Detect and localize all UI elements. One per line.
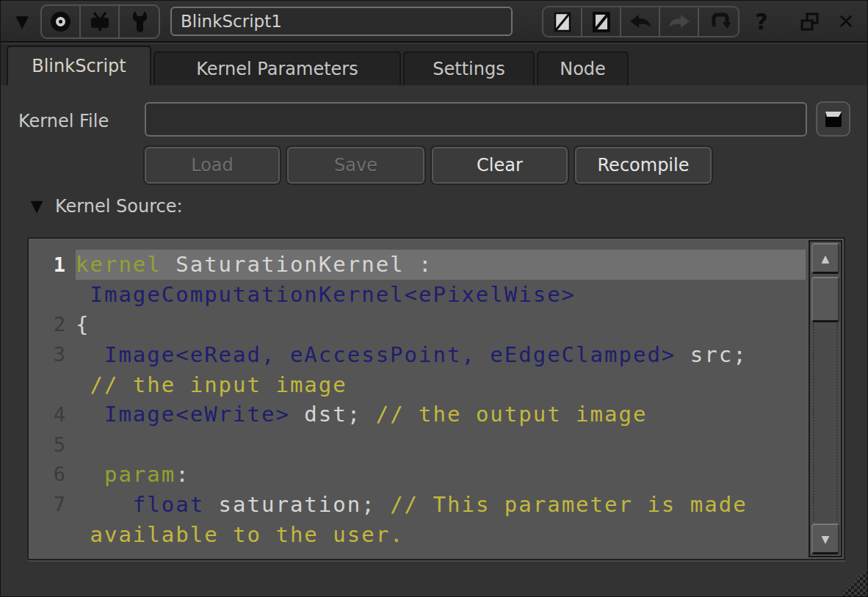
kernel-source-label: Kernel Source:	[55, 196, 183, 217]
tab-blinkscript[interactable]: BlinkScript	[7, 46, 151, 85]
code-row[interactable]: 5	[29, 430, 806, 460]
help-button[interactable]: ?	[747, 7, 776, 36]
ramp-icon-2	[592, 11, 611, 33]
line-number: 5	[29, 430, 76, 460]
code-line: Image<eWrite> dst; // the output image	[76, 399, 806, 430]
line-number: 7	[29, 489, 76, 519]
code-row[interactable]: available to the user.	[29, 519, 806, 549]
kernel-file-input[interactable]	[145, 102, 807, 137]
titlebar: ▼	[1, 1, 867, 43]
line-number	[29, 519, 76, 549]
save-button[interactable]: Save	[287, 147, 424, 184]
line-number: 2	[29, 310, 76, 340]
kernel-file-label: Kernel File	[18, 111, 109, 131]
scrollbar-track[interactable]	[813, 324, 838, 521]
scrollbar-thumb[interactable]	[811, 277, 839, 322]
target-icon	[51, 12, 70, 32]
undo-icon	[628, 12, 653, 32]
kernel-source-collapse-icon[interactable]: ▼	[26, 195, 48, 217]
line-number: 6	[29, 460, 76, 490]
code-line	[76, 430, 806, 460]
monitor-button[interactable]	[81, 6, 120, 37]
code-row[interactable]: // the input image	[29, 369, 806, 399]
node-icon-group	[40, 4, 160, 39]
code-line: Image<eRead, eAccessPoint, eEdgeClamped>…	[76, 339, 806, 369]
file-browser-icon	[823, 109, 844, 129]
line-number: 3	[29, 339, 76, 369]
line-number	[29, 280, 76, 310]
resize-grip[interactable]	[839, 568, 867, 596]
code-line: kernel SaturationKernel :	[76, 250, 806, 280]
tab-settings[interactable]: Settings	[403, 51, 535, 85]
editor-scrollbar[interactable]: ▲ ▼	[809, 240, 842, 557]
tab-strip: BlinkScript Kernel Parameters Settings N…	[1, 44, 867, 85]
clear-button[interactable]: Clear	[432, 147, 568, 184]
code-row[interactable]: 6 param:	[29, 460, 806, 490]
code-row[interactable]: 3 Image<eRead, eAccessPoint, eEdgeClampe…	[29, 339, 806, 369]
code-line: param:	[76, 460, 806, 490]
wrench-button[interactable]	[120, 6, 159, 37]
code-line: {	[76, 310, 806, 340]
curve-editor-button-2[interactable]	[582, 7, 621, 36]
code-line: ImageComputationKernel<ePixelWise>	[76, 280, 806, 310]
curve-editor-button[interactable]	[543, 7, 582, 36]
close-button[interactable]: ✕	[831, 7, 861, 36]
code-line: // the input image	[76, 369, 806, 399]
scroll-down-button[interactable]: ▼	[811, 524, 839, 554]
kernel-source-editor[interactable]: 1kernel SaturationKernel : ImageComputat…	[27, 237, 845, 560]
redo-button[interactable]	[660, 7, 699, 36]
code-row[interactable]: 2{	[29, 310, 806, 340]
code-line: available to the user.	[76, 519, 806, 549]
panel-collapse-icon[interactable]: ▼	[8, 9, 36, 34]
code-area[interactable]: 1kernel SaturationKernel : ImageComputat…	[29, 250, 806, 549]
tab-node[interactable]: Node	[537, 51, 629, 85]
monitor-icon	[87, 11, 112, 33]
redo-icon	[667, 12, 692, 32]
tab-kernel-parameters[interactable]: Kernel Parameters	[153, 51, 401, 85]
line-number: 4	[29, 399, 76, 430]
node-indicator-button[interactable]	[42, 6, 81, 37]
code-row[interactable]: 4 Image<eWrite> dst; // the output image	[29, 399, 806, 430]
float-window-icon	[799, 11, 821, 33]
revert-button[interactable]	[699, 7, 738, 36]
file-browser-button[interactable]	[816, 101, 850, 137]
code-row[interactable]: ImageComputationKernel<ePixelWise>	[29, 280, 806, 310]
node-name-input[interactable]	[170, 7, 513, 36]
code-line: float saturation; // This parameter is m…	[76, 489, 806, 519]
blinkscript-properties-panel: ▼	[0, 0, 868, 597]
ramp-icon	[553, 11, 572, 33]
line-number: 1	[29, 250, 76, 280]
code-row[interactable]: 7 float saturation; // This parameter is…	[29, 489, 806, 519]
wrench-icon	[129, 10, 151, 35]
scroll-up-button[interactable]: ▲	[811, 243, 839, 274]
code-row[interactable]: 1kernel SaturationKernel :	[29, 250, 806, 280]
load-button[interactable]: Load	[145, 147, 280, 184]
line-number	[29, 369, 76, 399]
float-window-button[interactable]	[795, 10, 825, 35]
revert-icon	[707, 11, 731, 33]
undo-button[interactable]	[621, 7, 660, 36]
recompile-button[interactable]: Recompile	[575, 147, 712, 184]
panel-action-group	[542, 6, 739, 37]
